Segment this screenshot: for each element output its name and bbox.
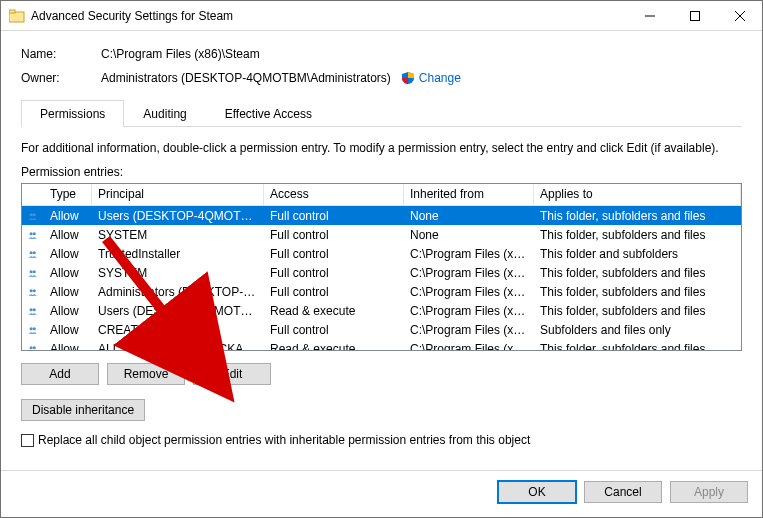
cell-type: Allow — [44, 304, 92, 318]
col-type[interactable]: Type — [44, 184, 92, 205]
cell-inherited: C:\Program Files (x86)\ — [404, 285, 534, 299]
col-inherited[interactable]: Inherited from — [404, 184, 534, 205]
table-row[interactable]: AllowUsers (DESKTOP-4QMOTBM\...Read & ex… — [22, 301, 741, 320]
cell-inherited: None — [404, 228, 534, 242]
permission-grid: Type Principal Access Inherited from App… — [21, 183, 742, 351]
svg-point-14 — [30, 289, 33, 292]
col-icon[interactable] — [22, 184, 44, 205]
cell-access: Full control — [264, 323, 404, 337]
cell-access: Full control — [264, 247, 404, 261]
cell-type: Allow — [44, 266, 92, 280]
cell-inherited: None — [404, 209, 534, 223]
owner-value: Administrators (DESKTOP-4QMOTBM\Administ… — [101, 71, 391, 85]
grid-body[interactable]: AllowUsers (DESKTOP-4QMOTBM\...Full cont… — [22, 206, 741, 351]
cell-inherited: C:\Program Files (x86)\ — [404, 247, 534, 261]
tab-permissions[interactable]: Permissions — [21, 100, 124, 127]
cell-inherited: C:\Program Files (x86)\ — [404, 323, 534, 337]
cell-type: Allow — [44, 228, 92, 242]
cell-type: Allow — [44, 247, 92, 261]
people-icon — [22, 267, 44, 279]
table-row[interactable]: AllowCREATOR OWNERFull controlC:\Program… — [22, 320, 741, 339]
svg-point-19 — [33, 327, 36, 330]
svg-point-20 — [30, 346, 33, 349]
cell-access: Full control — [264, 209, 404, 223]
help-text: For additional information, double-click… — [21, 141, 742, 155]
entry-buttons: Add Remove Edit — [21, 363, 742, 385]
col-access[interactable]: Access — [264, 184, 404, 205]
people-icon — [22, 210, 44, 222]
titlebar: Advanced Security Settings for Steam — [1, 1, 762, 31]
cell-applies: This folder, subfolders and files — [534, 209, 741, 223]
svg-rect-1 — [9, 10, 15, 13]
cell-access: Read & execute — [264, 304, 404, 318]
apply-button[interactable]: Apply — [670, 481, 748, 503]
inheritance-buttons: Disable inheritance — [21, 399, 742, 421]
col-applies[interactable]: Applies to — [534, 184, 741, 205]
change-owner-link[interactable]: Change — [419, 71, 461, 85]
svg-point-11 — [33, 251, 36, 254]
svg-point-16 — [30, 308, 33, 311]
window-title: Advanced Security Settings for Steam — [31, 9, 627, 23]
uac-shield-icon — [401, 71, 415, 85]
replace-checkbox[interactable] — [21, 434, 34, 447]
close-button[interactable] — [717, 1, 762, 30]
table-row[interactable]: AllowTrustedInstallerFull controlC:\Prog… — [22, 244, 741, 263]
svg-point-9 — [33, 232, 36, 235]
table-row[interactable]: AllowALL APPLICATION PACKAGESRead & exec… — [22, 339, 741, 351]
remove-button[interactable]: Remove — [107, 363, 185, 385]
minimize-button[interactable] — [627, 1, 672, 30]
cell-applies: This folder, subfolders and files — [534, 266, 741, 280]
cell-inherited: C:\Program Files (x86)\ — [404, 342, 534, 352]
people-icon — [22, 343, 44, 352]
svg-point-12 — [30, 270, 33, 273]
cancel-button[interactable]: Cancel — [584, 481, 662, 503]
add-button[interactable]: Add — [21, 363, 99, 385]
svg-point-7 — [33, 213, 36, 216]
ok-button[interactable]: OK — [498, 481, 576, 503]
tab-strip: Permissions Auditing Effective Access — [21, 99, 742, 127]
name-label: Name: — [21, 47, 101, 61]
cell-access: Full control — [264, 228, 404, 242]
svg-point-18 — [30, 327, 33, 330]
svg-point-13 — [33, 270, 36, 273]
table-row[interactable]: AllowSYSTEMFull controlNoneThis folder, … — [22, 225, 741, 244]
cell-applies: This folder and subfolders — [534, 247, 741, 261]
cell-applies: This folder, subfolders and files — [534, 342, 741, 352]
cell-applies: This folder, subfolders and files — [534, 304, 741, 318]
cell-type: Allow — [44, 209, 92, 223]
disable-inheritance-button[interactable]: Disable inheritance — [21, 399, 145, 421]
col-principal[interactable]: Principal — [92, 184, 264, 205]
tab-auditing[interactable]: Auditing — [124, 100, 205, 127]
dialog-footer: OK Cancel Apply — [1, 470, 762, 517]
cell-applies: This folder, subfolders and files — [534, 285, 741, 299]
replace-checkbox-label[interactable]: Replace all child object permission entr… — [38, 433, 530, 447]
people-icon — [22, 305, 44, 317]
cell-inherited: C:\Program Files (x86)\ — [404, 304, 534, 318]
cell-principal: SYSTEM — [92, 266, 264, 280]
cell-principal: ALL APPLICATION PACKAGES — [92, 342, 264, 352]
table-row[interactable]: AllowUsers (DESKTOP-4QMOTBM\...Full cont… — [22, 206, 741, 225]
cell-principal: Users (DESKTOP-4QMOTBM\... — [92, 304, 264, 318]
cell-access: Full control — [264, 285, 404, 299]
owner-label: Owner: — [21, 71, 101, 85]
maximize-button[interactable] — [672, 1, 717, 30]
cell-type: Allow — [44, 285, 92, 299]
grid-header: Type Principal Access Inherited from App… — [22, 184, 741, 206]
cell-principal: Users (DESKTOP-4QMOTBM\... — [92, 209, 264, 223]
table-row[interactable]: AllowSYSTEMFull controlC:\Program Files … — [22, 263, 741, 282]
svg-point-10 — [30, 251, 33, 254]
table-row[interactable]: AllowAdministrators (DESKTOP-4Q...Full c… — [22, 282, 741, 301]
entries-label: Permission entries: — [21, 165, 742, 179]
svg-point-21 — [33, 346, 36, 349]
cell-access: Full control — [264, 266, 404, 280]
name-row: Name: C:\Program Files (x86)\Steam — [21, 47, 742, 61]
people-icon — [22, 286, 44, 298]
window-buttons — [627, 1, 762, 30]
cell-applies: Subfolders and files only — [534, 323, 741, 337]
edit-button[interactable]: Edit — [193, 363, 271, 385]
tab-effective-access[interactable]: Effective Access — [206, 100, 331, 127]
cell-type: Allow — [44, 323, 92, 337]
people-icon — [22, 248, 44, 260]
cell-applies: This folder, subfolders and files — [534, 228, 741, 242]
people-icon — [22, 324, 44, 336]
